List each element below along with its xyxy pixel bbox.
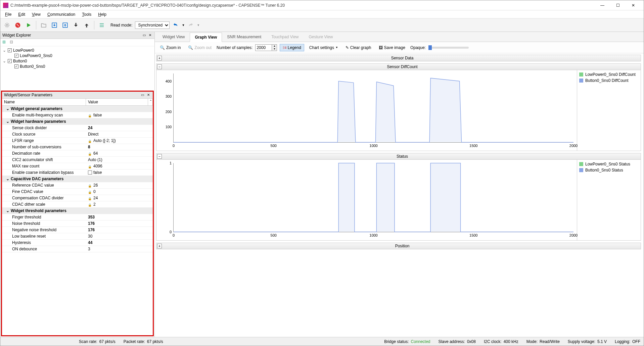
param-row[interactable]: MAX raw count4096 xyxy=(2,163,153,169)
scroll-up-icon[interactable]: ˆ xyxy=(148,99,153,105)
param-row[interactable]: Enable multi-frequency scanfalse xyxy=(2,112,153,118)
tree-item[interactable]: ✓ LowPower0_Sns0 xyxy=(1,53,154,58)
collapse-all-icon[interactable]: ⊟ xyxy=(10,40,15,44)
param-row[interactable]: CIC2 accumulator shiftAuto (1) xyxy=(2,157,153,163)
param-group-header[interactable]: ⌄ Widget general parameters xyxy=(2,106,153,112)
gear-icon[interactable] xyxy=(2,20,12,30)
minimize-button[interactable]: — xyxy=(595,0,610,10)
menu-view[interactable]: View xyxy=(29,11,44,18)
maximize-button[interactable]: ☐ xyxy=(610,0,626,10)
status-legend: LowPower0_Sns0 Status Button0_Sns0 Statu… xyxy=(577,160,641,240)
stop-icon[interactable] xyxy=(13,20,22,30)
param-row[interactable]: LFSR rangeAuto ([-2; 1]) xyxy=(2,138,153,144)
diffcount-chart[interactable]: 1002003004000500100015002000 xyxy=(156,70,577,151)
tab-gesture: Gesture View xyxy=(304,32,338,42)
menu-communication[interactable]: Communication xyxy=(44,11,79,18)
collapse-icon[interactable]: − xyxy=(157,154,162,159)
lock-icon xyxy=(88,113,92,117)
import-icon[interactable] xyxy=(71,20,81,30)
status-section: −Status 010500100015002000 LowPower0_Sns… xyxy=(156,153,641,241)
expand-icon[interactable]: + xyxy=(157,244,162,248)
param-row[interactable]: ON debounce3 xyxy=(2,246,153,252)
checkbox-icon[interactable]: ✓ xyxy=(8,48,12,52)
params-grid-header: Name Value ˆ xyxy=(2,99,153,106)
close-panel-icon[interactable]: ✕ xyxy=(146,93,151,97)
tab-widget-view[interactable]: Widget View xyxy=(157,32,190,42)
eraser-icon: ✎ xyxy=(346,45,349,50)
status-chart[interactable]: 010500100015002000 xyxy=(156,160,577,240)
param-row[interactable]: Fine CDAC value0 xyxy=(2,189,153,195)
tree-item[interactable]: ⌄ ✓ Button0 xyxy=(1,58,154,64)
tab-graph-view[interactable]: Graph View xyxy=(190,33,222,42)
zoom-in-icon: 🔍 xyxy=(160,45,165,50)
param-row[interactable]: Hysteresis44 xyxy=(2,240,153,246)
params-grid-body[interactable]: ⌄ Widget general parametersEnable multi-… xyxy=(2,106,153,335)
chevron-down-icon[interactable]: ⌄ xyxy=(6,106,9,111)
param-row[interactable]: CDAC dither scale2 xyxy=(2,201,153,208)
zoom-in-button[interactable]: 🔍Zoom in xyxy=(157,44,183,51)
save-image-button[interactable]: 🖼Save image xyxy=(376,44,408,51)
open-icon[interactable] xyxy=(39,20,48,30)
param-row[interactable]: Sense clock divider24 xyxy=(2,125,153,131)
param-row[interactable]: Clock sourceDirect xyxy=(2,131,153,138)
legend-swatch xyxy=(579,168,583,172)
tree-item[interactable]: ⌄ ✓ LowPower0 xyxy=(1,48,154,53)
param-row[interactable]: Decimation rate64 xyxy=(2,150,153,157)
read-mode-select[interactable]: Synchronized xyxy=(135,21,170,29)
param-group-header[interactable]: ⌄ Capacitive DAC parameters xyxy=(2,176,153,182)
checkbox-icon[interactable] xyxy=(88,170,92,175)
param-row[interactable]: Reference CDAC value26 xyxy=(2,182,153,189)
chevron-down-icon[interactable]: ⌄ xyxy=(6,208,9,213)
expand-all-icon[interactable]: ⊞ xyxy=(2,40,8,44)
menu-file[interactable]: File xyxy=(2,11,15,18)
chevron-down-icon[interactable]: ⌄ xyxy=(2,59,6,63)
menu-tools[interactable]: Tools xyxy=(79,11,95,18)
redo-icon[interactable] xyxy=(186,20,195,30)
menu-edit[interactable]: Edit xyxy=(15,11,29,18)
spinner-up-icon[interactable]: ▲ xyxy=(272,45,277,48)
expand-icon[interactable]: + xyxy=(157,56,162,60)
spinner-down-icon[interactable]: ▼ xyxy=(272,48,277,51)
menu-help[interactable]: Help xyxy=(95,11,110,18)
undo-dropdown-icon[interactable]: ▼ xyxy=(182,23,185,27)
diffcount-section: −Sensor DiffCount 1002003004000500100015… xyxy=(156,63,641,151)
param-row[interactable]: Compensation CDAC divider24 xyxy=(2,195,153,201)
checkbox-icon[interactable]: ✓ xyxy=(8,59,12,63)
undock-icon[interactable]: ▭ xyxy=(142,33,146,38)
play-icon[interactable] xyxy=(24,20,33,30)
download-icon[interactable] xyxy=(50,20,59,30)
checkbox-icon[interactable]: ✓ xyxy=(14,64,18,68)
undock-icon[interactable]: ▭ xyxy=(140,93,145,97)
param-row[interactable]: Number of sub-conversions8 xyxy=(2,144,153,150)
param-row[interactable]: Low baseline reset30 xyxy=(2,233,153,240)
redo-dropdown-icon[interactable]: ▼ xyxy=(197,23,200,27)
tree-item[interactable]: ✓ Button0_Sns0 xyxy=(1,64,154,69)
clear-graph-button[interactable]: ✎Clear graph xyxy=(343,44,374,51)
lock-icon xyxy=(88,183,92,187)
param-group-header[interactable]: ⌄ Widget threshold parameters xyxy=(2,208,153,214)
close-panel-icon[interactable]: ✕ xyxy=(148,33,152,38)
chevron-down-icon[interactable]: ⌄ xyxy=(6,177,9,181)
widget-explorer-header: Widget Explorer ▭ ✕ xyxy=(0,32,154,39)
opaque-slider[interactable] xyxy=(428,47,469,49)
param-group-header[interactable]: ⌄ Widget hardware parameters xyxy=(2,118,153,125)
chevron-down-icon[interactable]: ⌄ xyxy=(2,48,6,53)
param-row[interactable]: Finger threshold353 xyxy=(2,214,153,220)
export-icon[interactable] xyxy=(82,20,91,30)
upload-icon[interactable] xyxy=(60,20,70,30)
legend-swatch xyxy=(579,162,583,166)
tab-snr[interactable]: SNR Measurement xyxy=(222,32,266,42)
close-button[interactable]: ✕ xyxy=(626,0,641,10)
samples-input[interactable] xyxy=(255,44,272,51)
widget-tree: ⌄ ✓ LowPower0 ✓ LowPower0_Sns0 ⌄ ✓ Butto… xyxy=(0,46,154,90)
checkbox-icon[interactable]: ✓ xyxy=(14,54,18,58)
legend-button[interactable]: ⁞≡ Legend xyxy=(280,44,304,51)
param-row[interactable]: Noise threshold176 xyxy=(2,220,153,227)
collapse-icon[interactable]: − xyxy=(157,64,162,69)
list-icon[interactable] xyxy=(97,20,106,30)
param-row[interactable]: Negative noise threshold176 xyxy=(2,227,153,233)
chart-settings-button[interactable]: Chart settings ▼ xyxy=(307,44,340,51)
chevron-down-icon[interactable]: ⌄ xyxy=(6,119,9,124)
undo-icon[interactable] xyxy=(171,20,180,30)
param-row[interactable]: Enable coarse initialization bypass fals… xyxy=(2,169,153,176)
